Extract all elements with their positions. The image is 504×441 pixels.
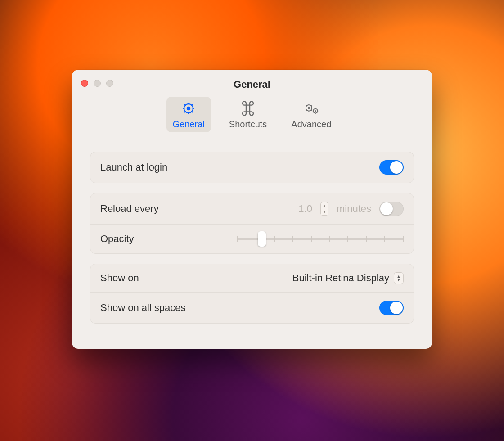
show-on-popup[interactable]: Built-in Retina Display ▲▼ xyxy=(292,272,404,284)
titlebar: General General Shortcuts xyxy=(72,70,432,138)
group-launch: Launch at login xyxy=(90,152,414,183)
tab-label: Shortcuts xyxy=(229,119,267,130)
command-icon xyxy=(240,100,256,117)
tab-advanced[interactable]: Advanced xyxy=(285,97,338,132)
tab-toolbar: General Shortcuts xyxy=(78,90,426,138)
label: Show on xyxy=(100,272,139,284)
row-show-on-all-spaces: Show on all spaces xyxy=(90,292,414,323)
group-display-options: Reload every 1.0 ▲ ▼ minutes Opacity xyxy=(90,193,414,254)
svg-point-5 xyxy=(315,110,316,112)
opacity-slider[interactable] xyxy=(237,233,404,245)
content: Launch at login Reload every 1.0 ▲ ▼ min… xyxy=(72,138,432,349)
tab-label: Advanced xyxy=(291,119,331,130)
reload-interval-value: 1.0 xyxy=(298,203,312,215)
slider-thumb[interactable] xyxy=(258,231,266,247)
show-on-all-spaces-toggle[interactable] xyxy=(379,301,404,315)
label: Reload every xyxy=(100,203,159,215)
reload-enabled-toggle[interactable] xyxy=(379,202,404,216)
label: Opacity xyxy=(100,233,134,245)
label: Show on all spaces xyxy=(100,302,186,314)
tab-shortcuts[interactable]: Shortcuts xyxy=(223,97,273,132)
zoom-button[interactable] xyxy=(106,80,113,87)
svg-point-3 xyxy=(308,107,310,109)
traffic-lights xyxy=(81,80,113,87)
label: Launch at login xyxy=(100,162,167,173)
chevron-down-icon: ▼ xyxy=(321,209,328,216)
window-title: General xyxy=(78,76,426,90)
updown-chevron-icon: ▲▼ xyxy=(394,272,404,284)
close-button[interactable] xyxy=(81,80,88,87)
row-reload: Reload every 1.0 ▲ ▼ minutes xyxy=(90,194,414,224)
tab-label: General xyxy=(173,119,205,130)
minimize-button[interactable] xyxy=(94,80,101,87)
launch-at-login-toggle[interactable] xyxy=(379,160,404,175)
gear-icon xyxy=(180,100,197,117)
gears-icon xyxy=(303,100,320,117)
row-opacity: Opacity xyxy=(90,224,414,253)
popup-value: Built-in Retina Display xyxy=(292,272,389,284)
svg-point-0 xyxy=(187,107,191,111)
group-placement: Show on Built-in Retina Display ▲▼ Show … xyxy=(90,264,414,324)
chevron-up-icon: ▲ xyxy=(321,202,328,209)
row-show-on: Show on Built-in Retina Display ▲▼ xyxy=(90,264,414,292)
row-launch-at-login: Launch at login xyxy=(90,152,414,183)
reload-interval-stepper[interactable]: ▲ ▼ xyxy=(320,202,328,216)
reload-unit: minutes xyxy=(337,203,371,215)
preferences-window: General General Shortcuts xyxy=(72,70,432,349)
tab-general[interactable]: General xyxy=(166,97,211,132)
